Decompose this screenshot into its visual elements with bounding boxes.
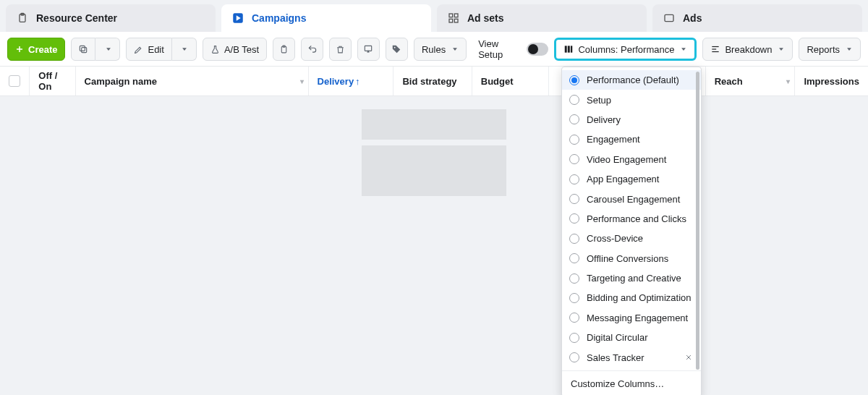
duplicate-button[interactable] [71,38,95,61]
button-label: Edit [148,44,163,55]
column-header-checkbox[interactable] [0,67,30,95]
columns-preset-item[interactable]: Performance and Clicks [562,209,701,229]
columns-preset-item[interactable]: Delivery [562,110,701,129]
radio-icon [569,174,579,184]
radio-icon [569,293,579,303]
button-label: Reports [807,44,840,55]
export-button[interactable] [357,38,380,61]
ab-test-button[interactable]: A/B Test [203,38,267,61]
button-label: Create [28,44,57,55]
svg-marker-28 [847,48,851,51]
radio-icon [569,114,579,124]
tag-icon [391,44,401,54]
columns-preset-label: Carousel Engagement [587,194,680,205]
caret-down-icon: ▾ [300,77,304,85]
flask-icon [210,45,220,54]
radio-icon [569,253,579,263]
tab-label: Ads [683,12,702,24]
svg-rect-21 [568,46,570,52]
radio-icon [569,352,579,362]
duplicate-more-button[interactable] [95,38,120,61]
columns-preset-item[interactable]: Video Engagement [562,150,701,169]
delete-button[interactable] [329,38,352,61]
edit-button-group: Edit [126,38,196,61]
button-label: Columns: Performance [578,44,674,55]
svg-marker-27 [780,48,784,51]
svg-rect-6 [449,19,453,22]
column-header-bid-strategy[interactable]: Bid strategy [393,67,472,95]
svg-rect-11 [82,48,87,53]
columns-preset-item[interactable]: Sales Tracker [562,347,701,367]
view-setup-label: View Setup [478,38,521,60]
radio-icon [569,273,579,284]
svg-rect-20 [565,46,567,52]
columns-preset-item[interactable]: Setup [562,90,701,109]
column-header-off-on[interactable]: Off / On [30,67,75,95]
columns-preset-label: Video Engagement [587,154,666,165]
toolbar: Create Edit A/B Test [0,32,868,67]
caret-down-icon [451,46,459,53]
radio-icon [569,234,579,244]
rules-button[interactable]: Rules [414,38,467,61]
tab-ads[interactable]: Ads [652,4,862,32]
tag-button[interactable] [386,38,408,61]
columns-preset-item[interactable]: Cross-Device [562,229,701,248]
columns-preset-item[interactable]: Messaging Engagement [562,308,701,328]
clipboard-icon [16,12,29,25]
columns-dropdown-menu: Performance (Default)SetupDeliveryEngage… [561,67,702,395]
columns-preset-item[interactable]: Engagement [562,129,701,149]
columns-preset-item[interactable]: Bidding and Optimization [562,288,701,307]
remove-preset-button[interactable] [684,352,694,362]
caret-down-icon [846,46,853,53]
tab-label: Resource Center [36,12,117,24]
columns-button[interactable]: Columns: Performance [554,38,697,61]
tab-resource-center[interactable]: Resource Center [6,4,216,32]
duplicate-button-group [71,38,120,61]
export-icon [363,44,373,54]
edit-button[interactable]: Edit [126,38,171,61]
table-body-empty [0,96,868,395]
button-label: Breakdown [725,44,772,55]
radio-icon [569,75,579,85]
columns-preset-label: Bidding and Optimization [587,292,692,303]
columns-preset-item[interactable]: Targeting and Creative [562,268,701,288]
view-setup-toggle[interactable] [527,43,549,56]
columns-preset-label: Performance (Default) [587,75,679,85]
columns-preset-label: App Engagement [587,174,659,184]
reports-button[interactable]: Reports [799,38,861,61]
table-header-row: Off / On Campaign name ▾ Delivery ↑ Bid … [0,67,868,95]
svg-rect-12 [80,46,85,51]
button-label: A/B Test [224,44,259,55]
edit-more-button[interactable] [172,38,197,61]
view-setup-toggle-group: View Setup [478,38,548,60]
caret-down-icon [778,46,785,53]
svg-marker-23 [682,48,686,51]
copy-button[interactable] [273,38,295,61]
column-header-campaign-name[interactable]: Campaign name ▾ [76,67,309,95]
undo-button[interactable] [301,38,323,61]
svg-marker-14 [182,48,187,51]
scrollbar[interactable] [696,72,699,370]
sort-ascending-icon: ↑ [355,76,360,87]
pencil-icon [134,45,143,54]
column-header-budget[interactable]: Budget [472,67,549,95]
button-label: Rules [422,44,446,55]
column-header-reach[interactable]: Reach ▾ [706,67,796,95]
tab-campaigns[interactable]: Campaigns [221,4,431,32]
breakdown-button[interactable]: Breakdown [702,38,793,61]
columns-preset-item[interactable]: Performance (Default) [562,70,701,90]
columns-preset-label: Engagement [587,134,640,145]
columns-preset-label: Messaging Engagement [587,313,688,323]
columns-preset-item[interactable]: Offline Conversions [562,249,701,268]
columns-preset-item[interactable]: App Engagement [562,169,701,189]
columns-preset-item[interactable]: Carousel Engagement [562,189,701,208]
select-all-checkbox[interactable] [9,75,20,87]
columns-preset-item[interactable]: Digital Circular [562,328,701,347]
create-button[interactable]: Create [7,38,65,61]
customize-columns-item[interactable]: Customize Columns… [562,370,701,395]
column-header-delivery[interactable]: Delivery ↑ [309,67,394,95]
columns-preset-label: Cross-Device [587,233,643,244]
top-tab-bar: Resource Center Campaigns Ad sets Ads [0,0,868,32]
tab-ad-sets[interactable]: Ad sets [437,4,647,32]
column-header-impressions[interactable]: Impressions [795,67,868,95]
